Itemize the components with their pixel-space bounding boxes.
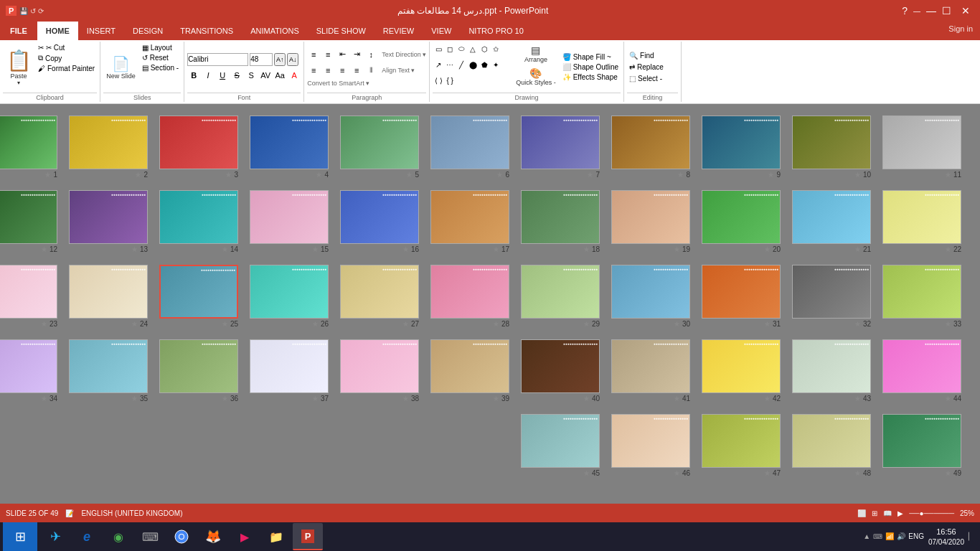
slide-item-10[interactable]: ●●●●●●●●●●●●●●●●★10: [792, 116, 871, 179]
slide-item-40[interactable]: ●●●●●●●●●●●●●●●●★40: [521, 339, 600, 402]
section-button[interactable]: ▤ Section -: [140, 63, 181, 72]
align-left-button[interactable]: ≡: [307, 64, 320, 77]
paste-button[interactable]: 📋 Paste ▾: [3, 43, 34, 91]
align-right-button[interactable]: ≡: [336, 64, 349, 77]
slide-item-37[interactable]: ●●●●●●●●●●●●●●●●★37: [250, 339, 329, 402]
slides-scroll-area[interactable]: ●●●●●●●●●●●●●●●●★11●●●●●●●●●●●●●●●●★10●●…: [0, 104, 980, 504]
new-slide-button[interactable]: 📄 New Slide: [103, 43, 138, 91]
shape-btn-11[interactable]: ✦: [490, 59, 501, 70]
slide-item-17[interactable]: ●●●●●●●●●●●●●●●●★17: [430, 190, 509, 253]
slide-item-43[interactable]: ●●●●●●●●●●●●●●●●★43: [792, 339, 871, 402]
slide-item-20[interactable]: ●●●●●●●●●●●●●●●●★20: [702, 190, 781, 253]
line-spacing-button[interactable]: ↕: [364, 48, 377, 61]
slide-item-1[interactable]: ●●●●●●●●●●●●●●●●★1: [0, 116, 57, 179]
layout-button[interactable]: ▦ Layout: [140, 43, 181, 52]
shape-btn-9[interactable]: ⬤: [467, 59, 479, 70]
slide-sorter-icon[interactable]: ⊞: [872, 509, 877, 517]
slide-item-45[interactable]: ●●●●●●●●●●●●●●●●★45: [521, 414, 600, 477]
slide-item-46[interactable]: ●●●●●●●●●●●●●●●●★46: [611, 414, 690, 477]
tab-transitions[interactable]: TRANSITIONS: [171, 22, 242, 40]
start-button[interactable]: ⊞: [3, 522, 37, 551]
decrease-font-button[interactable]: A↓: [287, 53, 298, 66]
slide-item-13[interactable]: ●●●●●●●●●●●●●●●●★13: [69, 190, 148, 253]
close-button[interactable]: ✕: [957, 4, 974, 18]
slide-item-9[interactable]: ●●●●●●●●●●●●●●●●★9: [702, 116, 781, 179]
slide-item-4[interactable]: ●●●●●●●●●●●●●●●●★4: [250, 116, 329, 179]
select-button[interactable]: ⬚ Select -: [627, 74, 664, 83]
numbering-button[interactable]: ≡: [321, 48, 334, 61]
shape-btn-10[interactable]: ⬟: [479, 59, 490, 70]
slide-item-42[interactable]: ●●●●●●●●●●●●●●●●★42: [702, 339, 781, 402]
slide-item-7[interactable]: ●●●●●●●●●●●●●●●●★7: [521, 116, 600, 179]
shape-btn-13[interactable]: { }: [444, 75, 456, 87]
italic-button[interactable]: I: [202, 69, 215, 82]
slide-item-8[interactable]: ●●●●●●●●●●●●●●●●★8: [611, 116, 690, 179]
sign-in-button[interactable]: Sign in: [941, 22, 980, 40]
align-center-button[interactable]: ≡: [321, 64, 334, 77]
zoom-slider[interactable]: ──●──────: [909, 509, 954, 517]
slide-item-44[interactable]: ●●●●●●●●●●●●●●●●★44: [882, 339, 961, 402]
slide-item-19[interactable]: ●●●●●●●●●●●●●●●●★19: [611, 190, 690, 253]
find-button[interactable]: 🔍 Find: [627, 51, 656, 60]
slide-item-32[interactable]: ●●●●●●●●●●●●●●●●★32: [792, 265, 871, 328]
taskbar-powerpoint[interactable]: P: [293, 523, 323, 550]
slide-item-3[interactable]: ●●●●●●●●●●●●●●●●★3: [159, 116, 238, 179]
slide-item-27[interactable]: ●●●●●●●●●●●●●●●●★27: [340, 265, 419, 328]
slide-item-15[interactable]: ●●●●●●●●●●●●●●●●★15: [250, 190, 329, 253]
maximize-button[interactable]: ☐: [942, 5, 951, 17]
slide-item-48[interactable]: ●●●●●●●●●●●●●●●●★48: [792, 414, 871, 477]
slide-item-24[interactable]: ●●●●●●●●●●●●●●●●★24: [69, 265, 148, 328]
arrange-button[interactable]: ▤ Arrange: [513, 43, 559, 65]
tab-review[interactable]: REVIEW: [374, 22, 423, 40]
taskbar-explorer[interactable]: 📁: [261, 523, 291, 550]
slide-item-36[interactable]: ●●●●●●●●●●●●●●●●★36: [159, 339, 238, 402]
shape-fill-button[interactable]: 🪣 Shape Fill ~: [560, 52, 621, 62]
shape-btn-12[interactable]: ⟨ ⟩: [433, 75, 444, 87]
shape-btn-5[interactable]: ⬡: [479, 43, 490, 55]
slide-item-11[interactable]: ●●●●●●●●●●●●●●●●★11: [882, 116, 961, 179]
slide-item-31[interactable]: ●●●●●●●●●●●●●●●●★31: [702, 265, 781, 328]
reading-view-icon[interactable]: 📖: [883, 509, 892, 517]
slide-item-12[interactable]: ●●●●●●●●●●●●●●●●★12: [0, 190, 57, 253]
slide-item-39[interactable]: ●●●●●●●●●●●●●●●●★39: [430, 339, 509, 402]
reset-button[interactable]: ↺ Reset: [140, 53, 181, 62]
char-spacing-button[interactable]: AV: [259, 69, 272, 82]
shape-btn-8[interactable]: ╱: [456, 59, 467, 70]
tab-design[interactable]: DESIGN: [124, 22, 171, 40]
restore-button[interactable]: ―: [913, 7, 920, 15]
slide-item-2[interactable]: ●●●●●●●●●●●●●●●●★2: [69, 116, 148, 179]
shape-btn-2[interactable]: ◻: [444, 43, 456, 55]
shape-outline-button[interactable]: ⬜ Shape Outline: [560, 62, 621, 72]
taskbar-ie[interactable]: e: [72, 523, 102, 550]
replace-button[interactable]: ⇄ Replace: [627, 62, 666, 72]
text-shadow-button[interactable]: S: [245, 69, 258, 82]
tab-home[interactable]: HOME: [37, 22, 78, 40]
help-button[interactable]: ?: [902, 5, 908, 17]
font-size-input[interactable]: [250, 53, 273, 66]
slide-item-25[interactable]: ●●●●●●●●●●●●●●●●★25: [159, 265, 238, 328]
slide-item-21[interactable]: ●●●●●●●●●●●●●●●●★21: [792, 190, 871, 253]
taskbar-keyboard[interactable]: ⌨: [135, 523, 165, 550]
slide-item-22[interactable]: ●●●●●●●●●●●●●●●●★22: [882, 190, 961, 253]
copy-button[interactable]: ⧉ Copy: [36, 53, 97, 63]
slide-item-18[interactable]: ●●●●●●●●●●●●●●●●★18: [521, 190, 600, 253]
shape-btn-more[interactable]: ⋯: [444, 59, 456, 70]
tab-view[interactable]: VIEW: [423, 22, 460, 40]
slide-item-34[interactable]: ●●●●●●●●●●●●●●●●★34: [0, 339, 57, 402]
taskbar-firefox[interactable]: 🦊: [198, 523, 228, 550]
quick-styles-button[interactable]: 🎨 Quick Styles -: [513, 66, 559, 88]
slide-item-26[interactable]: ●●●●●●●●●●●●●●●●★26: [250, 265, 329, 328]
slide-item-29[interactable]: ●●●●●●●●●●●●●●●●★29: [521, 265, 600, 328]
increase-font-button[interactable]: A↑: [274, 53, 286, 66]
strikethrough-button[interactable]: S: [230, 69, 243, 82]
taskbar-telegram[interactable]: ✈: [40, 523, 70, 550]
tab-animations[interactable]: ANIMATIONS: [242, 22, 308, 40]
shape-btn-4[interactable]: △: [467, 43, 479, 55]
bullets-button[interactable]: ≡: [307, 48, 320, 61]
slide-item-30[interactable]: ●●●●●●●●●●●●●●●●★30: [611, 265, 690, 328]
slide-item-23[interactable]: ●●●●●●●●●●●●●●●●★23: [0, 265, 57, 328]
font-color-button[interactable]: A: [288, 69, 301, 82]
tab-insert[interactable]: INSERT: [78, 22, 124, 40]
slide-item-16[interactable]: ●●●●●●●●●●●●●●●●★16: [340, 190, 419, 253]
slide-item-5[interactable]: ●●●●●●●●●●●●●●●●★5: [340, 116, 419, 179]
